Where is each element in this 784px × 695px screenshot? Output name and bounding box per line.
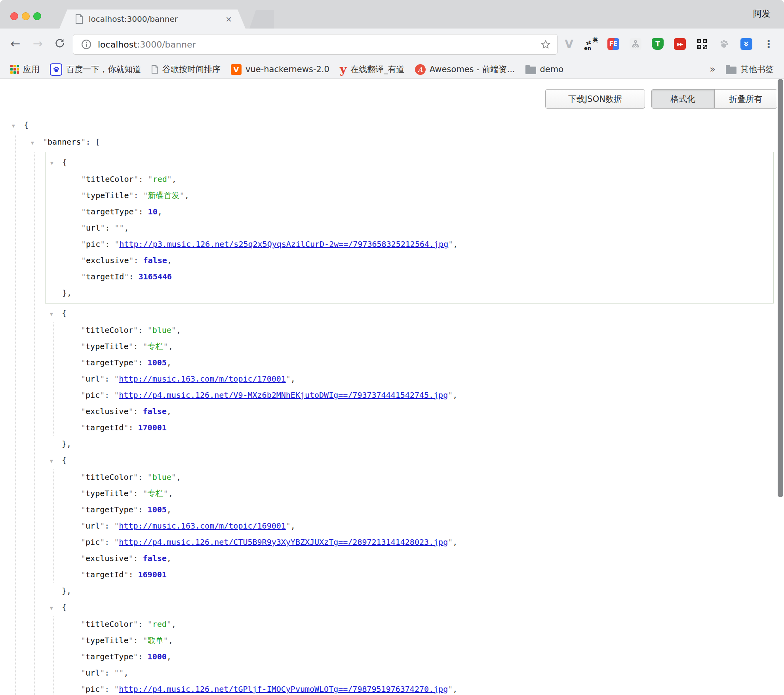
json-link[interactable]: http://p4.music.126.net/V9-MXz6b2MNhEKju… — [119, 390, 448, 400]
comma: , — [124, 668, 128, 678]
expand-triangle-icon[interactable]: ▼ — [12, 118, 24, 134]
json-line: ▼{ — [50, 305, 774, 322]
play-chip: ▶▶ — [674, 38, 686, 50]
zoom-window-button[interactable] — [33, 12, 41, 20]
quote: " — [119, 223, 124, 233]
json-string: 新碟首发 — [148, 191, 180, 200]
address-bar[interactable]: localhost:3000/banner — [73, 34, 558, 55]
open-brace: { — [62, 455, 67, 465]
bookmark-awesomes[interactable]: A Awesomes - 前端资... — [415, 64, 515, 75]
quote: " — [119, 668, 124, 678]
quote: " — [128, 554, 133, 563]
comma: , — [158, 207, 162, 216]
json-key: exclusive — [86, 554, 128, 563]
new-tab-button[interactable] — [249, 10, 274, 29]
colon: : — [128, 423, 138, 432]
comma: , — [167, 256, 172, 265]
json-key: url — [86, 668, 100, 678]
json-link[interactable]: http://p4.music.126.net/CTU5B9R9y3XyYBZX… — [119, 537, 448, 547]
bookmark-other-folder[interactable]: 其他书签 — [726, 64, 774, 75]
quote: " — [43, 137, 48, 147]
collapse-all-button[interactable]: 折叠所有 — [714, 90, 777, 108]
comma: , — [167, 407, 171, 416]
back-button[interactable]: ← — [6, 34, 25, 52]
quote: " — [171, 472, 176, 482]
quote: " — [164, 489, 168, 498]
format-button[interactable]: 格式化 — [652, 90, 714, 108]
colon: : — [105, 668, 114, 678]
json-key: banners — [48, 137, 81, 147]
bookmark-vue-hackernews[interactable]: V vue-hackernews-2.0 — [231, 64, 329, 75]
comma: , — [172, 174, 177, 184]
json-link[interactable]: http://music.163.com/m/topic/170001 — [119, 374, 285, 384]
json-key: exclusive — [86, 407, 128, 416]
tampermonkey-shield-icon[interactable]: T — [649, 36, 666, 52]
json-line: ▼{ — [12, 117, 774, 134]
quote: " — [133, 472, 138, 482]
paw-extension-icon[interactable] — [716, 36, 733, 52]
json-line: "targetType": 1005, — [69, 355, 774, 371]
bookmark-apps[interactable]: 应用 — [10, 64, 40, 75]
bookmark-google-sort[interactable]: 谷歌按时间排序 — [151, 64, 221, 75]
chrome-menu-icon[interactable]: ⋮ — [760, 36, 777, 52]
quote: " — [81, 174, 86, 184]
expand-triangle-icon[interactable]: ▼ — [50, 155, 62, 171]
browser-tab[interactable]: localhost:3000/banner × — [59, 10, 245, 29]
baidu-paw-icon — [50, 63, 62, 76]
vue-devtools-icon[interactable]: V — [561, 36, 577, 52]
bookmark-youdao[interactable]: y 在线翻译_有道 — [340, 64, 405, 75]
quote: " — [143, 489, 148, 498]
json-link[interactable]: http://p4.music.126.net/tGPljf-IMOCyPvum… — [119, 684, 448, 694]
expand-triangle-icon[interactable]: ▼ — [50, 453, 62, 469]
qr-code-icon[interactable] — [694, 36, 710, 52]
minimize-window-button[interactable] — [22, 12, 30, 20]
quote: " — [171, 325, 176, 335]
json-link[interactable]: http://music.163.com/m/topic/169001 — [119, 521, 285, 531]
open-brace: { — [24, 120, 29, 130]
colon: : — [139, 207, 148, 216]
json-line: "pic": "http://p4.music.126.net/tGPljf-I… — [69, 681, 774, 695]
vertical-scrollbar-thumb[interactable] — [778, 79, 783, 497]
quote: " — [100, 537, 105, 547]
json-key: pic — [86, 537, 100, 547]
json-link[interactable]: http://p3.music.126.net/s25q2x5QyqsAzilC… — [119, 239, 448, 249]
quote: " — [114, 684, 119, 694]
bookmark-folder-demo[interactable]: demo — [525, 65, 564, 74]
info-icon[interactable] — [81, 39, 91, 50]
fast-forward-extension-icon[interactable]: ▶▶ — [672, 36, 688, 52]
awesomes-icon: A — [415, 64, 426, 75]
json-line: "typeTitle": "新碟首发", — [69, 187, 773, 204]
colon: : — [138, 325, 148, 335]
expand-triangle-icon[interactable]: ▼ — [31, 135, 43, 151]
quote: " — [114, 374, 119, 384]
bookmark-baidu[interactable]: 百度一下，你就知道 — [50, 63, 141, 76]
quote: " — [81, 652, 86, 661]
expand-triangle-icon[interactable]: ▼ — [50, 306, 62, 322]
bookmark-star-icon[interactable] — [540, 39, 551, 50]
quote: " — [81, 137, 86, 147]
folder-icon — [726, 67, 736, 74]
translate-icon[interactable]: 英 ⇄ en — [583, 36, 599, 52]
bookmarks-overflow-chevron[interactable]: » — [710, 64, 715, 75]
colon: : — [105, 537, 114, 547]
quote: " — [81, 537, 86, 547]
sitemap-chip — [630, 38, 641, 50]
close-window-button[interactable] — [10, 12, 18, 20]
extension-row: V 英 ⇄ en FE T ▶▶ — [561, 34, 777, 54]
sitemap-extension-icon[interactable] — [627, 36, 644, 52]
quote: " — [100, 521, 105, 531]
colon: : — [133, 554, 143, 563]
download-helper-icon[interactable]: » — [738, 36, 755, 52]
reload-icon — [54, 38, 65, 49]
folder-icon — [525, 67, 536, 74]
download-json-button[interactable]: 下载JSON数据 — [545, 89, 645, 109]
expand-triangle-icon[interactable]: ▼ — [50, 600, 62, 616]
json-key: typeTitle — [86, 636, 128, 645]
profile-name[interactable]: 阿发 — [753, 8, 771, 20]
fe-extension-icon[interactable]: FE — [605, 36, 622, 52]
json-children: "titleColor": "red","typeTitle": "新碟首发",… — [54, 171, 773, 285]
reload-button[interactable] — [51, 34, 69, 52]
url-text[interactable]: localhost:3000/banner — [98, 40, 196, 50]
json-key: pic — [86, 684, 100, 694]
tab-close-icon[interactable]: × — [225, 15, 232, 23]
